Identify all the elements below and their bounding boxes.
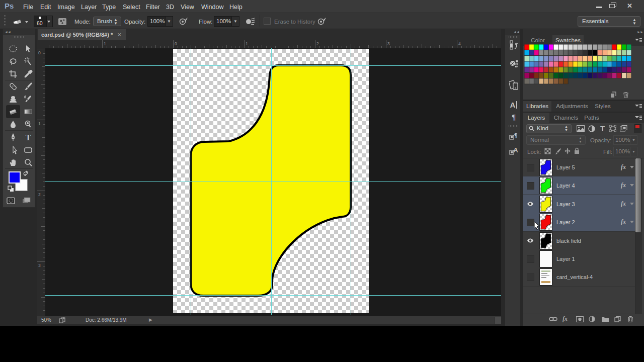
svg-text:T: T [26, 133, 31, 142]
svg-text:¶: ¶ [512, 113, 516, 121]
svg-text:T: T [600, 125, 605, 132]
svg-text:¶: ¶ [514, 132, 517, 139]
svg-text:A: A [513, 146, 518, 154]
svg-text:A: A [510, 101, 516, 109]
